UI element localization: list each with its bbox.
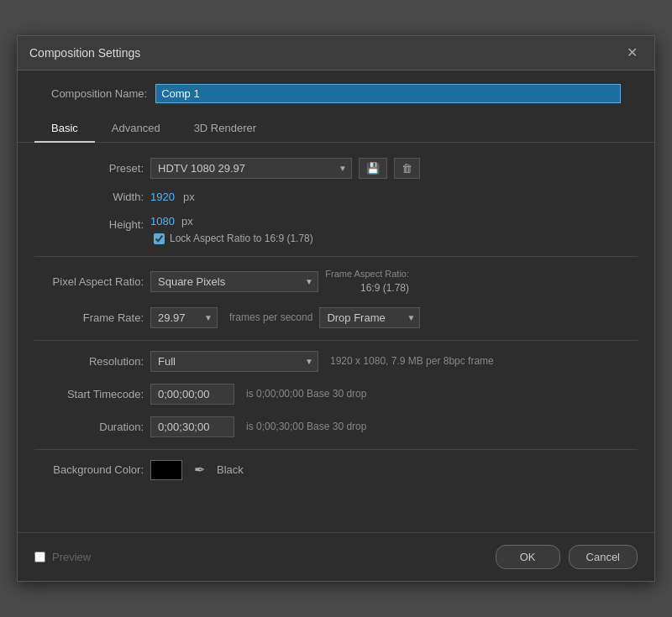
separator-3 (34, 449, 638, 450)
title-bar: Composition Settings ✕ (18, 36, 654, 71)
frame-aspect-box: Frame Aspect Ratio: 16:9 (1.78) (325, 267, 409, 295)
close-button[interactable]: ✕ (622, 44, 643, 61)
resolution-row: Resolution: Full Half Third Quarter Cust… (34, 351, 638, 372)
comp-name-input[interactable] (155, 84, 621, 103)
dialog-title: Composition Settings (29, 46, 140, 60)
background-color-label: Background Color: (34, 463, 144, 476)
width-value[interactable]: 1920 (150, 191, 175, 203)
composition-settings-dialog: Composition Settings ✕ Composition Name:… (17, 35, 655, 582)
height-value[interactable]: 1080 (150, 215, 175, 227)
preset-label: Preset: (34, 162, 144, 175)
frame-rate-select[interactable]: 29.97 24 25 30 60 (150, 307, 218, 328)
frame-rate-select-wrapper: 29.97 24 25 30 60 ▼ (150, 307, 218, 328)
footer: Preview OK Cancel (18, 532, 654, 581)
preset-select-wrapper: HDTV 1080 29.97 HDTV 1080 25 HDTV 720 29… (150, 158, 352, 179)
footer-left: Preview (34, 551, 91, 563)
lock-aspect-label: Lock Aspect Ratio to 16:9 (1.78) (170, 233, 313, 244)
resolution-select[interactable]: Full Half Third Quarter Custom... (150, 351, 318, 372)
width-row: Width: 1920 px (34, 191, 638, 203)
frame-rate-unit: frames per second (229, 311, 312, 323)
resolution-select-wrapper: Full Half Third Quarter Custom... ▼ (150, 351, 318, 372)
drop-frame-select[interactable]: Drop Frame Non Drop Frame (319, 307, 420, 328)
height-group: 1080 px Lock Aspect Ratio to 16:9 (1.78) (150, 215, 313, 244)
pixel-aspect-select-wrapper: Square Pixels D1/DV NTSC D1/DV PAL ▼ (150, 271, 318, 292)
resolution-info: 1920 x 1080, 7.9 MB per 8bpc frame (330, 355, 494, 367)
height-unit: px (181, 215, 193, 227)
frame-aspect-value: 16:9 (1.78) (360, 282, 409, 294)
frame-aspect-label: Frame Aspect Ratio: (325, 269, 409, 279)
lock-aspect-row: Lock Aspect Ratio to 16:9 (1.78) (154, 233, 313, 244)
start-timecode-info: is 0;00;00;00 Base 30 drop (246, 388, 366, 400)
duration-input[interactable] (150, 416, 234, 437)
frame-rate-label: Frame Rate: (34, 311, 144, 324)
tab-basic[interactable]: Basic (34, 115, 95, 143)
duration-label: Duration: (34, 421, 144, 433)
preset-save-button[interactable]: 💾 (359, 158, 387, 179)
width-label: Width: (34, 191, 144, 203)
footer-right: OK Cancel (496, 545, 638, 569)
preset-delete-button[interactable]: 🗑 (394, 158, 420, 179)
preview-checkbox[interactable] (34, 552, 45, 562)
start-timecode-row: Start Timecode: is 0;00;00;00 Base 30 dr… (34, 384, 638, 405)
separator-1 (34, 256, 638, 257)
cancel-button[interactable]: Cancel (569, 545, 638, 569)
frame-rate-row: Frame Rate: 29.97 24 25 30 60 ▼ frames p… (34, 307, 638, 328)
eyedropper-icon[interactable]: ✒ (194, 462, 205, 478)
comp-name-label: Composition Name: (51, 87, 147, 100)
pixel-aspect-select[interactable]: Square Pixels D1/DV NTSC D1/DV PAL (150, 271, 318, 292)
tabs-row: Basic Advanced 3D Renderer (18, 115, 654, 143)
content-area: Preset: HDTV 1080 29.97 HDTV 1080 25 HDT… (18, 143, 654, 507)
preset-select[interactable]: HDTV 1080 29.97 HDTV 1080 25 HDTV 720 29… (150, 158, 352, 179)
tab-advanced[interactable]: Advanced (95, 115, 177, 143)
height-lockaspect-row: Height: 1080 px Lock Aspect Ratio to 16:… (34, 215, 638, 244)
lock-aspect-checkbox[interactable] (154, 233, 165, 244)
tab-3d-renderer[interactable]: 3D Renderer (177, 115, 273, 143)
pixel-aspect-row: Pixel Aspect Ratio: Square Pixels D1/DV … (34, 267, 638, 295)
start-timecode-label: Start Timecode: (34, 388, 144, 400)
separator-2 (34, 340, 638, 341)
preview-label: Preview (52, 551, 91, 563)
resolution-label: Resolution: (34, 355, 144, 368)
drop-frame-wrapper: Drop Frame Non Drop Frame ▼ (319, 307, 420, 328)
background-color-name: Black (217, 463, 244, 476)
preset-row: Preset: HDTV 1080 29.97 HDTV 1080 25 HDT… (34, 158, 638, 179)
start-timecode-input[interactable] (150, 384, 234, 405)
comp-name-row: Composition Name: (18, 71, 654, 115)
pixel-aspect-label: Pixel Aspect Ratio: (34, 275, 144, 288)
duration-row: Duration: is 0;00;30;00 Base 30 drop (34, 416, 638, 437)
background-color-row: Background Color: ✒ Black (34, 460, 638, 480)
width-unit: px (183, 191, 195, 203)
ok-button[interactable]: OK (496, 545, 560, 569)
height-label: Height: (34, 215, 144, 231)
duration-info: is 0;00;30;00 Base 30 drop (246, 421, 366, 432)
background-color-swatch[interactable] (150, 460, 182, 480)
height-value-row: 1080 px (150, 215, 313, 227)
